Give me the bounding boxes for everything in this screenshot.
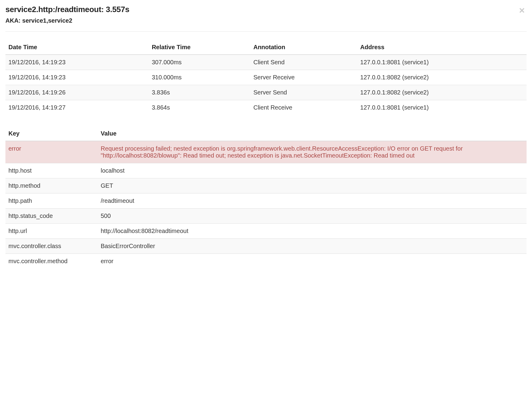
col-datetime: Date Time (5, 40, 149, 55)
cell-value: http://localhost:8082/readtimeout (98, 224, 527, 239)
cell-value: localhost (98, 163, 527, 178)
table-row: http.urlhttp://localhost:8082/readtimeou… (5, 224, 527, 239)
table-row: 19/12/2016, 14:19:23310.000msServer Rece… (5, 70, 527, 85)
table-row: mvc.controller.methoderror (5, 254, 527, 269)
cell-address: 127.0.0.1:8081 (service1) (357, 100, 527, 115)
close-icon: × (519, 5, 525, 16)
cell-datetime: 19/12/2016, 14:19:23 (5, 55, 149, 70)
cell-value: error (98, 254, 527, 269)
cell-relative: 3.864s (149, 100, 251, 115)
cell-key: http.url (5, 224, 98, 239)
col-annotation: Annotation (250, 40, 357, 55)
cell-address: 127.0.0.1:8082 (service2) (357, 70, 527, 85)
col-address: Address (357, 40, 527, 55)
cell-key: mvc.controller.method (5, 254, 98, 269)
table-row: mvc.controller.classBasicErrorController (5, 239, 527, 254)
cell-value: GET (98, 178, 527, 193)
table-row: 19/12/2016, 14:19:273.864sClient Receive… (5, 100, 527, 115)
annotations-header-row: Date Time Relative Time Annotation Addre… (5, 40, 527, 55)
cell-key: http.path (5, 193, 98, 209)
col-relative: Relative Time (149, 40, 251, 55)
aka-prefix: AKA: (5, 17, 21, 24)
table-row: 19/12/2016, 14:19:263.836sServer Send127… (5, 85, 527, 100)
col-value: Value (98, 126, 527, 141)
table-row: http.status_code500 (5, 209, 527, 224)
cell-annotation: Server Receive (250, 70, 357, 85)
cell-relative: 3.836s (149, 85, 251, 100)
table-row: errorRequest processing failed; nested e… (5, 141, 527, 163)
cell-relative: 307.000ms (149, 55, 251, 70)
col-key: Key (5, 126, 98, 141)
cell-key: mvc.controller.class (5, 239, 98, 254)
cell-datetime: 19/12/2016, 14:19:26 (5, 85, 149, 100)
kv-header-row: Key Value (5, 126, 527, 141)
close-button[interactable]: × (519, 5, 525, 15)
modal-body: Date Time Relative Time Annotation Addre… (5, 32, 527, 269)
table-row: http.methodGET (5, 178, 527, 193)
cell-annotation: Client Send (250, 55, 357, 70)
key-value-table: Key Value errorRequest processing failed… (5, 126, 527, 269)
cell-value: 500 (98, 209, 527, 224)
cell-datetime: 19/12/2016, 14:19:27 (5, 100, 149, 115)
cell-key: http.host (5, 163, 98, 178)
table-row: http.path/readtimeout (5, 193, 527, 209)
cell-value: /readtimeout (98, 193, 527, 209)
annotations-table: Date Time Relative Time Annotation Addre… (5, 40, 527, 115)
span-detail-modal: service2.http:/readtimeout: 3.557s AKA: … (0, 0, 532, 273)
cell-value: BasicErrorController (98, 239, 527, 254)
cell-annotation: Client Receive (250, 100, 357, 115)
table-row: 19/12/2016, 14:19:23307.000msClient Send… (5, 55, 527, 70)
cell-annotation: Server Send (250, 85, 357, 100)
aka-value: service1,service2 (22, 17, 72, 24)
cell-value: Request processing failed; nested except… (98, 141, 527, 163)
cell-key: http.status_code (5, 209, 98, 224)
cell-key: error (5, 141, 98, 163)
table-row: http.hostlocalhost (5, 163, 527, 178)
cell-address: 127.0.0.1:8081 (service1) (357, 55, 527, 70)
cell-datetime: 19/12/2016, 14:19:23 (5, 70, 149, 85)
cell-key: http.method (5, 178, 98, 193)
cell-address: 127.0.0.1:8082 (service2) (357, 85, 527, 100)
span-title: service2.http:/readtimeout: 3.557s (5, 5, 527, 14)
modal-header: service2.http:/readtimeout: 3.557s AKA: … (5, 5, 527, 32)
span-aka: AKA: service1,service2 (5, 17, 527, 24)
cell-relative: 310.000ms (149, 70, 251, 85)
